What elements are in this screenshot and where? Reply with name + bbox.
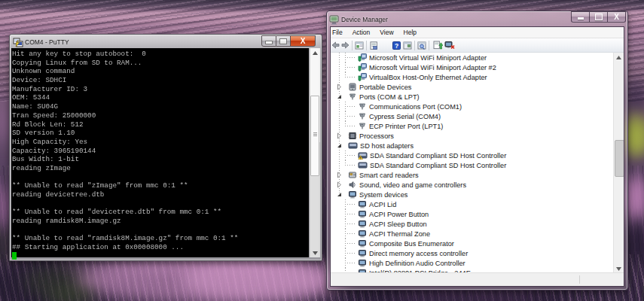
svg-text:?: ?	[395, 41, 398, 49]
